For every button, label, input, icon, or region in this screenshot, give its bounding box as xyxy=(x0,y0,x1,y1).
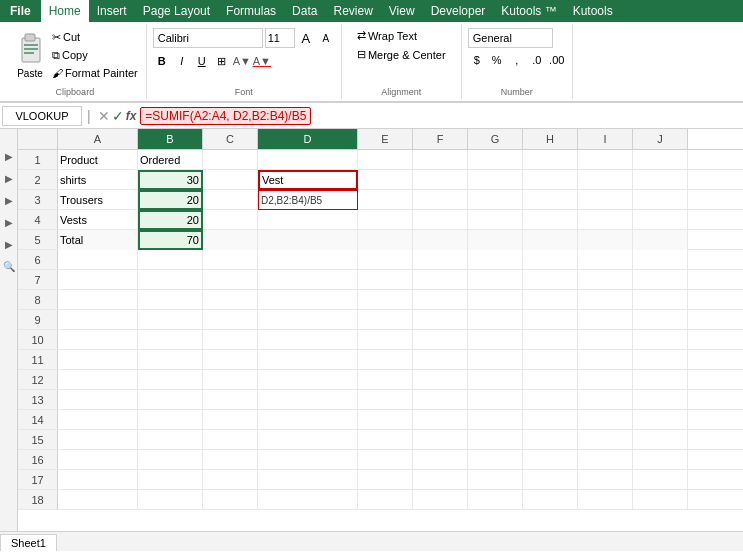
cell-c4[interactable] xyxy=(203,210,258,230)
cell-d3[interactable]: D2,B2:B4)/B5 xyxy=(258,190,358,210)
sidebar-icon-2[interactable]: ▶ xyxy=(2,171,16,185)
col-header-b[interactable]: B xyxy=(138,129,203,149)
cell-d5[interactable] xyxy=(258,230,358,250)
fill-color-button[interactable]: A▼ xyxy=(233,52,251,70)
cell-a2[interactable]: shirts xyxy=(58,170,138,190)
cell-c3[interactable] xyxy=(203,190,258,210)
menu-kutools[interactable]: Kutools xyxy=(565,0,621,22)
insert-function-button[interactable]: fx xyxy=(126,109,137,123)
menu-insert[interactable]: Insert xyxy=(89,0,135,22)
cell-e4[interactable] xyxy=(358,210,413,230)
cell-a5[interactable]: Total xyxy=(58,230,138,250)
menu-page-layout[interactable]: Page Layout xyxy=(135,0,218,22)
confirm-formula-button[interactable]: ✓ xyxy=(112,108,124,124)
cell-c5[interactable] xyxy=(203,230,258,250)
cell-f5[interactable] xyxy=(413,230,468,250)
cell-d1[interactable] xyxy=(258,150,358,170)
cell-e5[interactable] xyxy=(358,230,413,250)
cell-g4[interactable] xyxy=(468,210,523,230)
cell-b3[interactable]: 20 xyxy=(138,190,203,210)
cell-f3[interactable] xyxy=(413,190,468,210)
cell-b5[interactable]: 70 xyxy=(138,230,203,250)
cell-c2[interactable] xyxy=(203,170,258,190)
copy-button[interactable]: ⧉ Copy xyxy=(50,46,140,64)
col-header-c[interactable]: C xyxy=(203,129,258,149)
increase-decimal-button[interactable]: .0 xyxy=(528,51,546,69)
font-size-input[interactable] xyxy=(265,28,295,48)
paste-button[interactable]: Paste xyxy=(10,26,50,81)
menu-formulas[interactable]: Formulas xyxy=(218,0,284,22)
col-header-h[interactable]: H xyxy=(523,129,578,149)
cell-b4[interactable]: 20 xyxy=(138,210,203,230)
cell-i3[interactable] xyxy=(578,190,633,210)
number-format-input[interactable] xyxy=(468,28,553,48)
cell-g3[interactable] xyxy=(468,190,523,210)
currency-button[interactable]: $ xyxy=(468,51,486,69)
col-header-f[interactable]: F xyxy=(413,129,468,149)
col-header-g[interactable]: G xyxy=(468,129,523,149)
cell-e2[interactable] xyxy=(358,170,413,190)
increase-font-button[interactable]: A xyxy=(297,29,315,47)
underline-button[interactable]: U xyxy=(193,52,211,70)
italic-button[interactable]: I xyxy=(173,52,191,70)
sidebar-icon-3[interactable]: ▶ xyxy=(2,193,16,207)
cell-j2[interactable] xyxy=(633,170,688,190)
sidebar-icon-1[interactable]: ▶ xyxy=(2,149,16,163)
cell-f1[interactable] xyxy=(413,150,468,170)
cell-e3[interactable] xyxy=(358,190,413,210)
cell-a3[interactable]: Trousers xyxy=(58,190,138,210)
cell-b2[interactable]: 30 xyxy=(138,170,203,190)
sheet-tab-1[interactable]: Sheet1 xyxy=(0,534,57,551)
cell-d4[interactable] xyxy=(258,210,358,230)
sidebar-icon-4[interactable]: ▶ xyxy=(2,215,16,229)
cell-j4[interactable] xyxy=(633,210,688,230)
merge-center-button[interactable]: ⊟ Merge & Center xyxy=(353,47,450,62)
sidebar-icon-5[interactable]: ▶ xyxy=(2,237,16,251)
menu-file[interactable]: File xyxy=(0,0,41,22)
cell-g2[interactable] xyxy=(468,170,523,190)
cell-j1[interactable] xyxy=(633,150,688,170)
cell-i2[interactable] xyxy=(578,170,633,190)
cancel-formula-button[interactable]: ✕ xyxy=(98,108,110,124)
cell-j3[interactable] xyxy=(633,190,688,210)
cell-h5[interactable] xyxy=(523,230,578,250)
decrease-font-button[interactable]: A xyxy=(317,29,335,47)
col-header-d[interactable]: D xyxy=(258,129,358,149)
font-color-button[interactable]: A▼ xyxy=(253,52,271,70)
cell-h4[interactable] xyxy=(523,210,578,230)
menu-data[interactable]: Data xyxy=(284,0,325,22)
menu-kutools-tm[interactable]: Kutools ™ xyxy=(493,0,564,22)
cell-f4[interactable] xyxy=(413,210,468,230)
cell-i1[interactable] xyxy=(578,150,633,170)
wrap-text-button[interactable]: ⇄ Wrap Text xyxy=(353,28,421,43)
menu-developer[interactable]: Developer xyxy=(423,0,494,22)
cell-a1[interactable]: Product xyxy=(58,150,138,170)
border-button[interactable]: ⊞ xyxy=(213,52,231,70)
decrease-decimal-button[interactable]: .00 xyxy=(548,51,566,69)
menu-view[interactable]: View xyxy=(381,0,423,22)
comma-button[interactable]: , xyxy=(508,51,526,69)
cell-c1[interactable] xyxy=(203,150,258,170)
menu-home[interactable]: Home xyxy=(41,0,89,22)
cell-g5[interactable] xyxy=(468,230,523,250)
cell-d2[interactable]: Vest xyxy=(258,170,358,190)
cell-e1[interactable] xyxy=(358,150,413,170)
cell-i4[interactable] xyxy=(578,210,633,230)
percent-button[interactable]: % xyxy=(488,51,506,69)
formula-display[interactable]: =SUMIF(A2:A4, D2,B2:B4)/B5 xyxy=(140,107,311,125)
format-painter-button[interactable]: 🖌 Format Painter xyxy=(50,64,140,82)
col-header-e[interactable]: E xyxy=(358,129,413,149)
cell-f2[interactable] xyxy=(413,170,468,190)
bold-button[interactable]: B xyxy=(153,52,171,70)
cell-h2[interactable] xyxy=(523,170,578,190)
name-box[interactable]: VLOOKUP xyxy=(2,106,82,126)
cut-button[interactable]: ✂ Cut xyxy=(50,28,140,46)
cell-h3[interactable] xyxy=(523,190,578,210)
font-name-input[interactable] xyxy=(153,28,263,48)
col-header-i[interactable]: I xyxy=(578,129,633,149)
cell-g1[interactable] xyxy=(468,150,523,170)
col-header-j[interactable]: J xyxy=(633,129,688,149)
cell-i5[interactable] xyxy=(578,230,633,250)
cell-a4[interactable]: Vests xyxy=(58,210,138,230)
sidebar-icon-6[interactable]: 🔍 xyxy=(2,259,16,273)
